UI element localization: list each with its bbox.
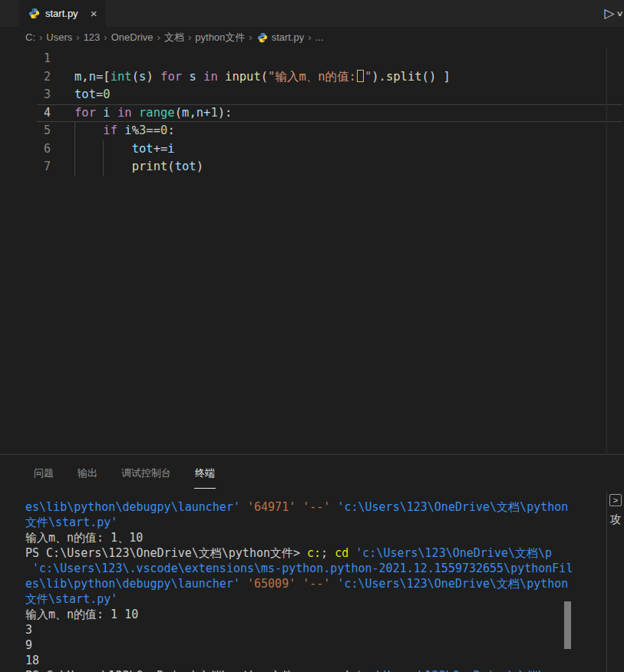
text-token: 0 — [103, 87, 110, 101]
text-token — [295, 500, 302, 514]
text-token: 0 — [160, 124, 167, 137]
breadcrumb-separator-icon: › — [188, 31, 191, 43]
text-token — [348, 669, 355, 672]
text-token — [111, 106, 117, 120]
tab-startpy[interactable]: start.py × — [19, 0, 106, 27]
code-text: m,n=[int(s) for s in input("输入m、n的值: ").… — [51, 68, 624, 87]
text-token: 3 — [25, 623, 32, 637]
close-tab-icon[interactable]: × — [91, 8, 97, 19]
text-token: es\lib\python\debugpy\launcher' — [25, 500, 247, 514]
text-token: 9 — [25, 638, 32, 652]
text-token: '65009' — [247, 577, 295, 591]
terminal-line: 文件\start.py' — [25, 515, 606, 530]
terminal-scrollbar[interactable] — [564, 601, 571, 649]
panel-side-rail: > 攻 — [606, 492, 624, 672]
text-token: "输入m、n的值: — [268, 70, 356, 84]
text-token: '--' — [302, 577, 330, 591]
breadcrumb-item[interactable]: C: — [25, 31, 35, 43]
panel-tab[interactable]: 输出 — [78, 455, 97, 492]
line-number: 5 — [0, 122, 51, 140]
text-token: ) — [146, 70, 160, 84]
text-token: print — [132, 160, 168, 173]
panel-chevron-icon[interactable]: > — [609, 494, 622, 506]
breadcrumb-item[interactable]: OneDrive — [111, 31, 154, 43]
text-token: 'c:\Users\123\OneDrive\文档\p — [355, 669, 552, 672]
code-text: tot+=i — [51, 140, 624, 159]
text-token: () ] — [422, 70, 451, 84]
terminal-line: 9 — [25, 637, 606, 653]
terminal-line: PS C:\Users\123\OneDrive\文档\python文件> c:… — [25, 545, 606, 561]
text-token — [74, 124, 103, 137]
terminal-lines: es\lib\python\debugpy\launcher' '64971' … — [25, 499, 606, 672]
terminal-line: 输入m、n的值: 1 10 — [25, 607, 606, 622]
text-token: == — [146, 124, 160, 137]
text-token: 输入m、n的值: 1、10 — [25, 531, 143, 545]
breadcrumb-item[interactable]: Users — [46, 31, 72, 43]
text-token: i — [103, 106, 110, 120]
line-number: 4 — [0, 104, 51, 123]
breadcrumb-item[interactable]: python文件 — [195, 31, 245, 44]
text-token: , — [189, 106, 196, 120]
code-line[interactable]: 6 tot+=i — [0, 140, 624, 159]
terminal[interactable]: es\lib\python\debugpy\launcher' '64971' … — [0, 492, 606, 672]
text-token: i — [167, 142, 174, 156]
breadcrumb: C:›Users›123›OneDrive›文档›python文件›start.… — [0, 27, 624, 48]
code-text — [51, 50, 624, 68]
panel-cjk-icon[interactable]: 攻 — [610, 512, 622, 527]
breadcrumb-separator-icon: › — [104, 31, 107, 43]
text-token: n — [196, 106, 203, 120]
text-token: tot — [132, 142, 154, 156]
indent-guide — [74, 158, 75, 176]
breadcrumb-item[interactable]: ... — [315, 31, 324, 43]
indent-guide — [74, 140, 75, 159]
text-token: : — [167, 124, 174, 137]
text-token: c: — [307, 669, 321, 672]
text-token: s — [139, 70, 146, 84]
text-token — [196, 70, 203, 84]
code-line[interactable]: 3tot=0 — [0, 86, 624, 104]
run-dropdown-icon[interactable]: ∨ — [616, 9, 623, 18]
text-token: '64971' — [247, 500, 295, 514]
breadcrumb-item[interactable]: 文档 — [164, 31, 184, 44]
terminal-line: 输入m、n的值: 1、10 — [25, 530, 606, 545]
text-token: ( — [132, 70, 139, 84]
text-token: += — [154, 142, 168, 156]
line-number: 2 — [0, 68, 51, 87]
panel-tab[interactable]: 调试控制台 — [121, 455, 171, 492]
text-token: PS C:\Users\123\OneDrive\文档\python文件> — [25, 546, 307, 560]
text-token: in — [117, 106, 139, 120]
text-token: = — [96, 87, 103, 101]
breadcrumb-separator-icon: › — [39, 31, 42, 43]
text-token: m — [182, 106, 189, 120]
text-token: ) — [196, 160, 203, 173]
editor-actions: ▷ ∨ — [605, 0, 624, 27]
terminal-line: 'c:\Users\123\.vscode\extensions\ms-pyth… — [25, 561, 606, 576]
text-token: 'c:\Users\123\OneDrive\文档\python — [337, 500, 568, 514]
text-token: c: — [307, 546, 321, 560]
text-token: es\lib\python\debugpy\launcher' — [25, 577, 247, 591]
code-line[interactable]: 1 — [0, 50, 624, 68]
code-line[interactable]: 7 print(tot) — [0, 158, 624, 176]
run-button[interactable]: ▷ — [605, 5, 615, 21]
breadcrumb-item[interactable]: start.py — [272, 31, 305, 43]
vscode-window: start.py × ▷ ∨ C:›Users›123›OneDrive›文档›… — [0, 0, 624, 672]
code-text: print(tot) — [51, 158, 624, 176]
text-token: 文件\start.py' — [25, 592, 117, 606]
text-token — [348, 546, 355, 560]
breadcrumb-item[interactable]: 123 — [84, 31, 101, 43]
text-token: ): — [218, 106, 233, 120]
code-line[interactable]: 2m,n=[int(s) for s in input("输入m、n的值: ")… — [0, 68, 624, 87]
text-token: for — [74, 106, 103, 120]
line-number: 7 — [0, 158, 51, 176]
text-token: range — [139, 106, 175, 120]
text-token: ( — [167, 160, 174, 173]
panel-tab[interactable]: 终端 — [195, 455, 215, 492]
code-line[interactable]: 4for i in range(m,n+1): — [0, 104, 624, 123]
tab-bar: start.py × ▷ ∨ — [0, 0, 624, 27]
terminal-line: PS C:\Users\123\OneDrive\文档\python文件> c:… — [25, 668, 606, 672]
code-editor[interactable]: 12m,n=[int(s) for s in input("输入m、n的值: "… — [0, 48, 624, 454]
breadcrumb-separator-icon: › — [249, 31, 252, 43]
panel-tab[interactable]: 问题 — [34, 455, 54, 492]
code-line[interactable]: 5 if i%3==0: — [0, 122, 624, 140]
text-token: split — [386, 70, 422, 84]
